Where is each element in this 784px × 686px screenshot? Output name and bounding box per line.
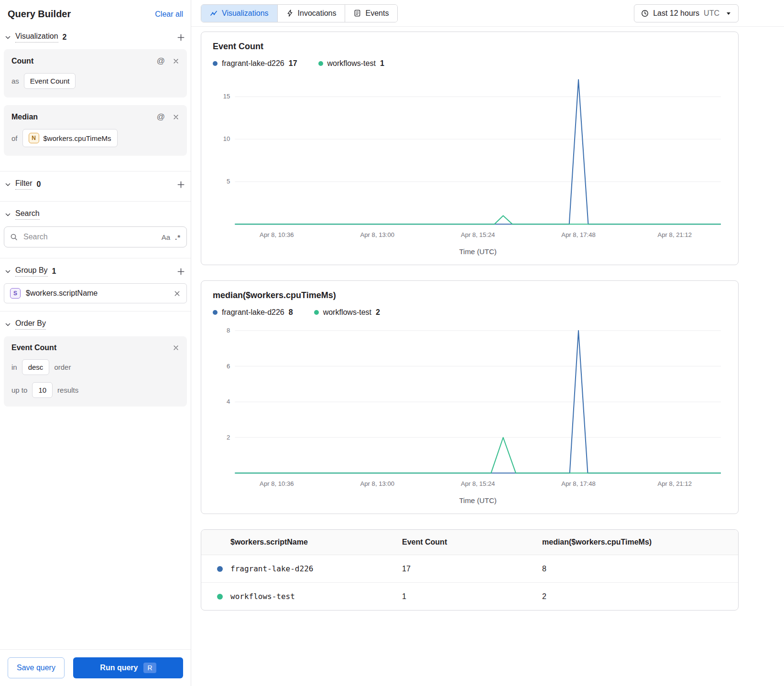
main-panel: Visualizations Invocations Events <box>191 0 784 686</box>
main-content: Event Count fragrant-lake-d226 17 workfl… <box>191 27 739 622</box>
svg-text:Time (UTC): Time (UTC) <box>459 496 496 504</box>
event-count-chart-card: Event Count fragrant-lake-d226 17 workfl… <box>201 32 739 265</box>
as-label: as <box>11 77 19 85</box>
median-cputime-chart-card: median($workers.cpuTimeMs) fragrant-lake… <box>201 280 739 514</box>
search-box: Aa .* <box>4 226 187 247</box>
tab-label: Visualizations <box>222 9 269 18</box>
tab-label: Events <box>365 9 389 18</box>
order-label: order <box>54 363 71 371</box>
median-value: 2 <box>536 583 738 611</box>
page-title: Query Builder <box>8 9 71 20</box>
median-value: 8 <box>536 555 738 583</box>
svg-text:4: 4 <box>227 398 230 405</box>
add-visualization-button[interactable] <box>176 32 186 43</box>
svg-text:6: 6 <box>227 363 230 370</box>
close-icon[interactable] <box>174 290 181 297</box>
median-card-title: Median <box>11 113 149 121</box>
legend-item[interactable]: workflows-test 2 <box>314 308 380 317</box>
table-row: workflows-test 1 2 <box>201 583 738 611</box>
svg-text:Apr 8, 21:12: Apr 8, 21:12 <box>658 480 692 487</box>
legend-item[interactable]: workflows-test 1 <box>318 59 384 68</box>
legend-dot <box>213 61 218 66</box>
close-icon[interactable] <box>173 114 179 120</box>
table-row: fragrant-lake-d226 17 8 <box>201 555 738 583</box>
filter-section: Filter 0 <box>0 172 191 202</box>
order-by-card: Event Count in desc order up to 10 resul… <box>4 336 187 407</box>
chevron-down-icon[interactable] <box>5 268 11 275</box>
legend-name: fragrant-lake-d226 <box>222 59 284 68</box>
time-zone-label: UTC <box>704 9 719 18</box>
svg-text:Apr 8, 17:48: Apr 8, 17:48 <box>561 231 596 238</box>
add-group-by-button[interactable] <box>176 267 186 277</box>
legend-value: 17 <box>289 59 297 68</box>
run-query-button[interactable]: Run query R <box>73 657 183 678</box>
svg-text:15: 15 <box>223 93 230 100</box>
limit-input[interactable]: 10 <box>32 382 53 398</box>
chevron-down-icon[interactable] <box>5 34 11 41</box>
svg-text:Apr 8, 10:36: Apr 8, 10:36 <box>260 231 294 238</box>
sort-direction-select[interactable]: desc <box>22 359 50 375</box>
caret-down-icon <box>726 11 731 16</box>
time-range-select[interactable]: Last 12 hours UTC <box>634 4 739 22</box>
svg-text:10: 10 <box>223 135 230 142</box>
at-icon[interactable]: @ <box>157 112 165 122</box>
add-filter-button[interactable] <box>176 180 186 190</box>
median-field-value[interactable]: N $workers.cpuTimeMs <box>22 129 118 147</box>
keyboard-shortcut-badge: R <box>143 663 156 673</box>
order-by-field: Event Count <box>11 343 165 352</box>
group-by-item[interactable]: S $workers.scriptName <box>4 283 187 303</box>
regex-icon[interactable]: .* <box>175 233 181 241</box>
column-header-scriptname: $workers.scriptName <box>201 530 396 555</box>
save-query-button[interactable]: Save query <box>8 657 65 678</box>
upto-label: up to <box>11 386 27 394</box>
legend-item[interactable]: fragrant-lake-d226 17 <box>213 59 297 68</box>
clear-all-link[interactable]: Clear all <box>155 10 183 19</box>
event-count-value: 17 <box>396 555 536 583</box>
svg-text:Apr 8, 13:00: Apr 8, 13:00 <box>360 231 395 238</box>
query-builder-sidebar: Query Builder Clear all Visualization 2 <box>0 0 191 686</box>
tab-events[interactable]: Events <box>345 5 397 22</box>
median-field-name: $workers.cpuTimeMs <box>44 134 111 142</box>
close-icon[interactable] <box>173 58 179 64</box>
close-icon[interactable] <box>173 344 179 351</box>
legend-name: workflows-test <box>323 308 371 317</box>
tab-visualizations[interactable]: Visualizations <box>201 5 277 22</box>
sidebar-footer: Save query Run query R <box>0 649 191 686</box>
chevron-down-icon[interactable] <box>5 182 11 188</box>
results-table-card: $workers.scriptName Event Count median($… <box>201 529 739 611</box>
chart-legend: fragrant-lake-d226 17 workflows-test 1 <box>213 59 727 68</box>
series-dot <box>217 566 223 572</box>
order-by-label: Order By <box>15 319 46 330</box>
visualization-label: Visualization <box>15 32 58 43</box>
order-by-section: Order By Event Count in desc order <box>0 311 191 422</box>
chevron-down-icon[interactable] <box>5 322 11 328</box>
svg-text:Apr 8, 15:24: Apr 8, 15:24 <box>461 231 495 238</box>
legend-value: 2 <box>376 308 380 317</box>
script-name: workflows-test <box>230 592 295 601</box>
svg-text:5: 5 <box>227 178 230 185</box>
svg-text:Apr 8, 13:00: Apr 8, 13:00 <box>360 480 395 487</box>
script-name: fragrant-lake-d226 <box>230 564 313 573</box>
chart-line-icon <box>210 10 218 17</box>
view-tabs: Visualizations Invocations Events <box>201 4 398 22</box>
legend-name: workflows-test <box>327 59 376 68</box>
chevron-down-icon[interactable] <box>5 212 11 218</box>
legend-value: 8 <box>289 308 293 317</box>
group-by-label: Group By <box>15 266 48 277</box>
tab-label: Invocations <box>298 9 337 18</box>
svg-text:Time (UTC): Time (UTC) <box>459 247 496 256</box>
alias-value[interactable]: Event Count <box>24 73 76 89</box>
tab-invocations[interactable]: Invocations <box>277 5 345 22</box>
search-input[interactable] <box>22 232 157 242</box>
match-case-icon[interactable]: Aa <box>162 233 170 241</box>
svg-text:2: 2 <box>227 434 230 441</box>
count-card-title: Count <box>11 57 149 65</box>
visualization-count: 2 <box>63 33 67 42</box>
legend-item[interactable]: fragrant-lake-d226 8 <box>213 308 293 317</box>
at-icon[interactable]: @ <box>157 56 165 66</box>
legend-value: 1 <box>380 59 384 68</box>
in-label: in <box>11 363 17 371</box>
table-header-row: $workers.scriptName Event Count median($… <box>201 530 738 555</box>
legend-name: fragrant-lake-d226 <box>222 308 284 317</box>
sidebar-content: Query Builder Clear all Visualization 2 <box>0 0 191 422</box>
